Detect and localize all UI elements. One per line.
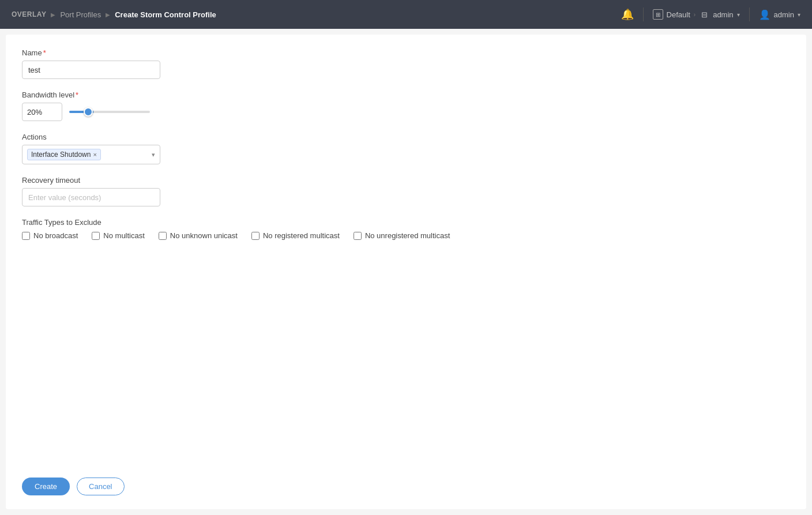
footer-buttons: Create Cancel (22, 478, 125, 495)
workspace-label: Default (667, 10, 690, 19)
bandwidth-value-input[interactable] (22, 103, 62, 121)
recovery-field-group: Recovery timeout (22, 176, 790, 206)
name-required-star: * (43, 48, 46, 57)
checkbox-no-unknown-unicast-label: No unknown unicast (170, 231, 238, 240)
actions-tag-label: Interface Shutdown (31, 151, 91, 159)
workspace-arrow: › (694, 12, 696, 18)
checkbox-no-multicast-input[interactable] (92, 232, 100, 240)
checkbox-no-unregistered-multicast[interactable]: No unregistered multicast (354, 231, 450, 240)
create-button[interactable]: Create (22, 478, 70, 495)
checkbox-no-unknown-unicast-input[interactable] (159, 232, 167, 240)
checkbox-no-unknown-unicast[interactable]: No unknown unicast (159, 231, 238, 240)
admin-user-icon: 👤 (759, 9, 770, 20)
recovery-input[interactable] (22, 188, 160, 206)
workspace-icon: ⊞ (653, 9, 663, 20)
bandwidth-required-star: * (76, 91, 78, 99)
traffic-types-group: Traffic Types to Exclude No broadcast No… (22, 218, 790, 240)
workspace-selector[interactable]: ⊞ Default › ⊟ admin ▾ (653, 9, 740, 20)
bandwidth-row (22, 103, 790, 121)
checkbox-no-registered-multicast-input[interactable] (251, 232, 260, 240)
slider-container (69, 111, 150, 113)
checkbox-no-unregistered-multicast-input[interactable] (354, 232, 362, 240)
admin-user-menu[interactable]: 👤 admin ▾ (759, 9, 800, 20)
actions-tag-remove[interactable]: × (93, 151, 96, 158)
admin-workspace-label: admin (713, 10, 733, 19)
breadcrumb-port-profiles[interactable]: Port Profiles (60, 10, 101, 19)
cancel-button[interactable]: Cancel (77, 478, 124, 495)
header-divider (643, 7, 644, 21)
actions-field-group: Actions Interface Shutdown × ▾ (22, 133, 790, 164)
breadcrumb: OVERLAY ▶ Port Profiles ▶ Create Storm C… (12, 10, 216, 19)
actions-select-inner: Interface Shutdown × (27, 149, 152, 160)
header-right: 🔔 ⊞ Default › ⊟ admin ▾ 👤 admin ▾ (621, 7, 800, 21)
name-input[interactable] (22, 61, 160, 79)
actions-select[interactable]: Interface Shutdown × ▾ (22, 145, 160, 164)
breadcrumb-current: Create Storm Control Profile (115, 10, 216, 19)
checkbox-no-broadcast-label: No broadcast (33, 231, 78, 240)
checkbox-no-unregistered-multicast-label: No unregistered multicast (365, 231, 450, 240)
header: OVERLAY ▶ Port Profiles ▶ Create Storm C… (0, 0, 812, 29)
recovery-label: Recovery timeout (22, 176, 790, 185)
actions-tag: Interface Shutdown × (27, 149, 101, 160)
checkbox-no-multicast-label: No multicast (103, 231, 145, 240)
admin-workspace-icon: ⊟ (699, 9, 709, 20)
header-divider-2 (749, 7, 750, 21)
actions-label: Actions (22, 133, 790, 141)
bell-icon[interactable]: 🔔 (621, 8, 634, 21)
bandwidth-label: Bandwidth level* (22, 91, 790, 99)
admin-user-chevron: ▾ (798, 12, 800, 18)
name-label: Name* (22, 48, 790, 57)
bandwidth-field-group: Bandwidth level* (22, 91, 790, 121)
checkbox-no-broadcast-input[interactable] (22, 232, 30, 240)
checkbox-row: No broadcast No multicast No unknown uni… (22, 231, 790, 240)
traffic-types-label: Traffic Types to Exclude (22, 218, 790, 227)
name-field-group: Name* (22, 48, 790, 79)
checkbox-no-registered-multicast-label: No registered multicast (263, 231, 340, 240)
checkbox-no-broadcast[interactable]: No broadcast (22, 231, 78, 240)
breadcrumb-arrow-1: ▶ (51, 12, 55, 18)
actions-chevron: ▾ (152, 151, 155, 159)
bandwidth-slider[interactable] (69, 111, 150, 113)
checkbox-no-multicast[interactable]: No multicast (92, 231, 145, 240)
breadcrumb-overlay: OVERLAY (12, 10, 46, 18)
main-content: Name* Bandwidth level* Actions Interface… (6, 35, 806, 509)
admin-user-label: admin (774, 10, 794, 19)
breadcrumb-arrow-2: ▶ (106, 12, 110, 18)
checkbox-no-registered-multicast[interactable]: No registered multicast (251, 231, 340, 240)
admin-workspace-chevron: ▾ (737, 12, 740, 18)
